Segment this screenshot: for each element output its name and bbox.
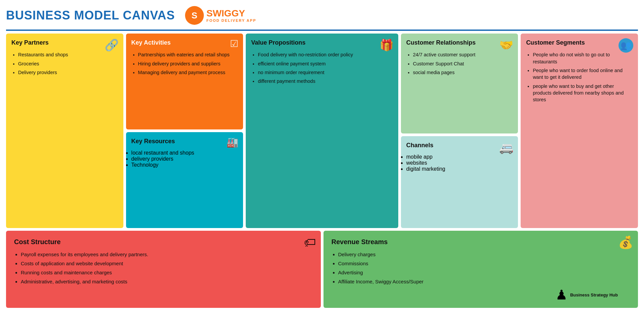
- logo-area: S SWIGGY FOOD DELIVERY APP: [185, 6, 256, 25]
- list-item: Costs of application and website develop…: [21, 260, 313, 267]
- list-item: efficient online payment system: [258, 60, 393, 67]
- list-item: Delivery providers: [18, 69, 118, 76]
- list-item: local restaurant and shops: [131, 150, 238, 156]
- list-item: Technology: [131, 162, 238, 168]
- revenue-streams-cell: 💰 Revenue Streams Delivery charges Commi…: [324, 231, 638, 308]
- list-item: Advertising: [338, 269, 630, 276]
- customer-segments-list: People who do not wish to go out to rest…: [526, 51, 633, 103]
- list-item: websites: [406, 160, 513, 166]
- list-item: Payroll expenses for its employees and d…: [21, 251, 313, 258]
- revenue-streams-title: Revenue Streams: [332, 237, 630, 246]
- cost-structure-cell: 🏷 Cost Structure Payroll expenses for it…: [6, 231, 321, 308]
- list-item: People who do not wish to go out to rest…: [533, 51, 633, 65]
- activities-resources-column: ☑ Key Activities Partnerships with eater…: [126, 34, 243, 228]
- value-propositions-icon: 🎁: [379, 38, 394, 52]
- list-item: social media pages: [413, 69, 513, 76]
- list-item: Restaurants and shops: [18, 51, 118, 58]
- list-item: Customer Support Chat: [413, 60, 513, 67]
- key-partners-icon: 🔗: [105, 38, 119, 52]
- key-activities-cell: ☑ Key Activities Partnerships with eater…: [126, 34, 243, 129]
- channels-list: mobile app websites digital marketing: [406, 154, 513, 172]
- key-activities-list: Partnerships with eateries and retail sh…: [131, 51, 238, 76]
- page-title: BUSINESS MODEL CANVAS: [6, 8, 175, 22]
- list-item: Running costs and maintenance charges: [21, 269, 313, 276]
- list-item: Food delivery with no-restriction order …: [258, 51, 393, 58]
- key-activities-icon: ☑: [230, 38, 238, 49]
- revenue-streams-list: Delivery charges Commissions Advertising…: [332, 251, 630, 285]
- customer-segments-title: Customer Segments: [526, 39, 633, 47]
- business-strategy-label: Business Strategy Hub: [570, 292, 618, 297]
- list-item: Hiring delivery providers and suppliers: [138, 60, 238, 67]
- header: BUSINESS MODEL CANVAS S SWIGGY FOOD DELI…: [6, 6, 638, 25]
- svg-text:S: S: [191, 10, 197, 20]
- header-divider: [6, 30, 638, 31]
- list-item: people who want to buy and get other pro…: [533, 83, 633, 103]
- cost-structure-list: Payroll expenses for its employees and d…: [14, 251, 313, 285]
- customer-segments-cell: 👥 Customer Segments People who do not wi…: [521, 34, 638, 228]
- top-section: 🔗 Key Partners Restaurants and shops Gro…: [6, 34, 638, 228]
- cost-structure-icon: 🏷: [304, 235, 316, 250]
- chess-icon: ♟: [555, 287, 568, 302]
- list-item: no minimum order requirement: [258, 69, 393, 76]
- key-resources-cell: 🏭 Key Resources local restaurant and sho…: [126, 132, 243, 228]
- list-item: 24/7 active customer support: [413, 51, 513, 58]
- value-propositions-list: Food delivery with no-restriction order …: [251, 51, 393, 85]
- key-resources-icon: 🏭: [227, 137, 238, 148]
- customer-relationships-title: Customer Relationships: [406, 39, 513, 47]
- list-item: People who want to order food online and…: [533, 67, 633, 81]
- key-partners-list: Restaurants and shops Groceries Delivery…: [11, 51, 118, 76]
- business-strategy-hub: ♟ Business Strategy Hub: [555, 287, 618, 302]
- channels-title: Channels: [406, 142, 513, 149]
- customer-relationships-icon: 🤝: [499, 38, 513, 52]
- key-resources-list: local restaurant and shops delivery prov…: [131, 150, 238, 168]
- value-propositions-cell: 🎁 Value Propositions Food delivery with …: [246, 34, 398, 228]
- list-item: Partnerships with eateries and retail sh…: [138, 51, 238, 58]
- cr-channels-column: 🤝 Customer Relationships 24/7 active cus…: [401, 34, 518, 228]
- customer-relationships-cell: 🤝 Customer Relationships 24/7 active cus…: [401, 34, 518, 133]
- list-item: Affiliate Income, Swiggy Access/Super: [338, 278, 630, 285]
- key-resources-title: Key Resources: [131, 137, 238, 145]
- value-propositions-title: Value Propositions: [251, 39, 393, 47]
- logo-text: SWIGGY FOOD DELIVERY APP: [207, 8, 256, 23]
- list-item: Commissions: [338, 260, 630, 267]
- list-item: Delivery charges: [338, 251, 630, 258]
- channels-icon: 🚐: [499, 141, 513, 154]
- list-item: Administrative, advertising, and marketi…: [21, 278, 313, 285]
- customer-segments-icon: 👥: [619, 38, 633, 53]
- bottom-section: 🏷 Cost Structure Payroll expenses for it…: [6, 231, 638, 308]
- swiggy-logo-icon: S: [185, 6, 204, 25]
- list-item: different payment methods: [258, 78, 393, 85]
- list-item: digital marketing: [406, 166, 513, 172]
- list-item: mobile app: [406, 154, 513, 160]
- key-activities-title: Key Activities: [131, 39, 238, 47]
- canvas-grid: 🔗 Key Partners Restaurants and shops Gro…: [6, 34, 638, 308]
- revenue-streams-icon: 💰: [618, 235, 633, 250]
- cost-structure-title: Cost Structure: [14, 237, 313, 246]
- key-partners-title: Key Partners: [11, 39, 118, 47]
- customer-relationships-list: 24/7 active customer support Customer Su…: [406, 51, 513, 76]
- list-item: Groceries: [18, 60, 118, 67]
- key-partners-cell: 🔗 Key Partners Restaurants and shops Gro…: [6, 34, 123, 228]
- list-item: delivery providers: [131, 156, 238, 162]
- channels-cell: 🚐 Channels mobile app websites digital m…: [401, 136, 518, 228]
- list-item: Managing delivery and payment process: [138, 69, 238, 76]
